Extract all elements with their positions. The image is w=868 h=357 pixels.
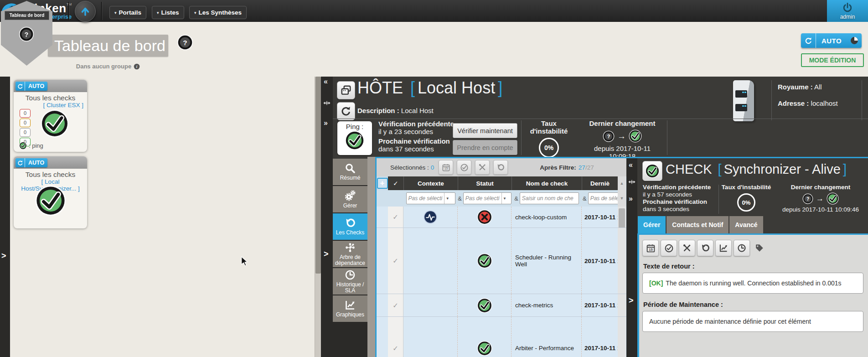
table-row[interactable]: ✓ Arbiter - Performance 2017-10-11 14	[377, 317, 626, 357]
last-change-label: Dernier changement	[780, 184, 862, 191]
schedule-button[interactable]	[642, 240, 659, 256]
info-icon[interactable]	[134, 63, 140, 70]
host-refresh-button[interactable]	[337, 102, 355, 120]
column-contexte[interactable]: Contexte	[403, 176, 458, 190]
row-select-check[interactable]: ✓	[388, 294, 403, 316]
tab-gerer[interactable]: Gérer	[333, 186, 367, 212]
open-panel-icon[interactable]: >	[629, 296, 634, 305]
edit-mode-button[interactable]: MODE ÉDITION	[801, 53, 864, 67]
column-select[interactable]: ✓	[388, 176, 403, 190]
host-realm: Royaume : All	[778, 83, 822, 91]
widget-all-checks-localhost[interactable]: AUTO Tous les checks [ Local Host/Synchr…	[14, 156, 87, 228]
topbar-separator	[101, 2, 102, 20]
table-scroll-up[interactable]: ▲	[618, 176, 626, 190]
scrollbar-thumb[interactable]	[315, 77, 321, 274]
filter-contexte-select[interactable]: Pas de sélecti▼	[406, 192, 455, 204]
divider	[771, 80, 772, 120]
after-filter-current: 27	[579, 164, 585, 171]
host-panel-divider: « » >	[321, 77, 333, 357]
add-column-button[interactable]: +	[377, 178, 388, 189]
resize-icon[interactable]	[323, 99, 331, 107]
tab-gerer[interactable]: Gérer	[638, 216, 666, 233]
column-nom-de-check[interactable]: Nom de check	[512, 176, 582, 190]
fix-button[interactable]	[475, 160, 490, 175]
tab-les-checks[interactable]: Les Checks	[333, 213, 367, 240]
row-select-check[interactable]: ✓	[388, 207, 403, 228]
menu-label: Listes	[161, 9, 179, 16]
recheck-button[interactable]	[493, 160, 508, 175]
next-check-value: dans 37 secondes	[378, 145, 454, 153]
table-scroll-down[interactable]: ▼	[618, 190, 626, 207]
help-button[interactable]	[177, 34, 193, 51]
widget-all-checks-cluster[interactable]: AUTO Tous les checks [ Cluster ESX ] 0 0…	[14, 80, 87, 152]
table-row[interactable]: ✓ Scheduler - Running Well 2017-10-11 14	[377, 228, 626, 294]
widget-auto-button[interactable]: AUTO	[16, 158, 47, 167]
tab-graphiques[interactable]: Graphiques	[333, 295, 367, 322]
output-status: [OK]	[649, 279, 663, 287]
check-name: Synchronizer - Alive	[724, 162, 841, 176]
filter-statut-select[interactable]: Pas de sélecti▼	[463, 192, 512, 204]
history-button[interactable]	[734, 240, 750, 256]
open-panel-icon[interactable]: >	[324, 250, 329, 258]
filter-date-input[interactable]: Pas de séle	[588, 192, 618, 204]
row-select-check[interactable]: ✓	[388, 317, 403, 357]
unknown-state-icon	[603, 130, 615, 142]
last-change-value: depuis 2017-10-11 10:09:46	[780, 206, 862, 213]
acknowledge-button[interactable]: Prendre en compte	[453, 140, 517, 155]
menu-listes[interactable]: ▾ Listes	[152, 6, 184, 19]
check-name[interactable]: Scheduler - Running Well	[512, 228, 582, 294]
acknowledge-selected-button[interactable]	[457, 160, 471, 175]
legend-text: : ping	[29, 142, 43, 149]
collapse-left-icon[interactable]: «	[629, 161, 633, 169]
table-row[interactable]: ✓ check-metrics 2017-10-11 14	[377, 294, 626, 317]
table-row[interactable]: ✓ check-loop-custom 2017-10-11 14	[377, 207, 626, 228]
check-name[interactable]: check-metrics	[512, 294, 582, 316]
tag-button[interactable]	[754, 243, 765, 253]
check-kind: CHECK	[666, 162, 712, 176]
graph-button[interactable]	[715, 240, 732, 256]
tab-arbre-de-dependance[interactable]: Arbre de dépendance	[333, 241, 367, 267]
fix-button[interactable]	[679, 240, 695, 256]
host-icon	[340, 84, 352, 96]
tab-resume[interactable]: Résumé	[333, 159, 367, 185]
check-now-button[interactable]: Vérifier maintenant	[453, 123, 517, 138]
home-up-button[interactable]	[75, 1, 96, 22]
resize-icon[interactable]	[628, 178, 636, 186]
check-status-button[interactable]	[642, 161, 662, 181]
user-admin-button[interactable]: admin	[827, 0, 868, 22]
recheck-button[interactable]	[697, 240, 713, 256]
tab-label: Arbre de dépendance	[333, 254, 367, 266]
expand-right-icon[interactable]: »	[629, 195, 633, 202]
check-name[interactable]: check-loop-custom	[512, 207, 582, 228]
badge-help-button[interactable]	[19, 26, 34, 42]
tab-avance[interactable]: Avancé	[729, 216, 763, 233]
collapse-left-icon[interactable]: «	[324, 78, 328, 85]
expand-left-icon[interactable]: >	[1, 252, 6, 260]
check-name[interactable]: Arbiter - Performance	[512, 317, 582, 357]
auto-refresh-button[interactable]: AUTO	[801, 33, 862, 48]
address-value: localhost	[811, 99, 838, 107]
tab-historique-sla[interactable]: Historique / SLA	[333, 268, 367, 295]
tab-contacts-et-notif[interactable]: Contacts et Notif	[666, 216, 728, 233]
question-icon	[177, 34, 193, 51]
table-scrollbar[interactable]	[618, 207, 626, 228]
calendar-icon	[646, 243, 656, 253]
scrollbar-thumb[interactable]	[619, 208, 625, 228]
column-statut[interactable]: Statut	[458, 176, 512, 190]
acknowledge-button[interactable]	[661, 240, 677, 256]
column-derniere[interactable]: Derniè	[582, 176, 618, 190]
host-title: HÔTE [Local Host]	[357, 78, 505, 98]
expand-right-icon[interactable]: »	[324, 119, 328, 127]
and-separator: &	[514, 195, 518, 202]
schedule-button[interactable]	[439, 160, 453, 175]
menu-les-syntheses[interactable]: ▾ Les Synthèses	[189, 6, 247, 19]
row-select-check[interactable]: ✓	[388, 228, 403, 294]
left-panel-scrollbar[interactable]	[315, 77, 321, 357]
filter-name-input[interactable]: Saisir un nom de che	[520, 192, 579, 204]
host-type-button[interactable]	[337, 81, 355, 99]
widget-scope-link[interactable]: [ Cluster ESX ]	[14, 102, 87, 109]
power-icon	[842, 2, 853, 13]
bracket: [	[408, 78, 418, 97]
menu-portails[interactable]: ▾ Portails	[109, 6, 146, 19]
widget-auto-button[interactable]: AUTO	[16, 82, 47, 91]
